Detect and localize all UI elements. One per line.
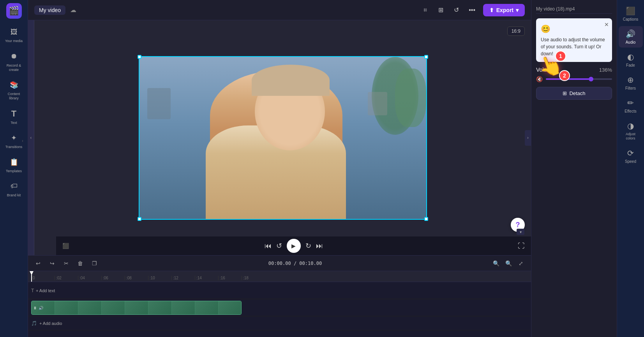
playback-bar: ⬛ ⏮ ↺ ▶ ↻ ⏭ ⛶ (56, 236, 531, 255)
sidebar-item-your-media[interactable]: 🖼 Your media (2, 23, 26, 46)
zoom-out-button[interactable]: 🔍 (490, 258, 501, 269)
detach-icon: ⊞ (563, 90, 567, 96)
ruler-mark: :08 (125, 276, 148, 280)
collapse-left-panel[interactable]: ‹ (28, 20, 34, 255)
zoom-in-button[interactable]: 🔍 (503, 258, 514, 269)
video-clip[interactable]: ⏸ 🔊 (31, 301, 242, 315)
ruler-mark: 0 (31, 276, 55, 280)
export-chevron: ▾ (516, 7, 519, 13)
volume-mute-icon[interactable]: 🔇 (536, 76, 543, 82)
sidebar-item-content-library[interactable]: 📚 Contentlibrary (2, 76, 26, 104)
play-button[interactable]: ▶ (287, 239, 301, 253)
clip-audio-icon: 🔊 (39, 306, 43, 310)
volume-value: 136% (599, 67, 612, 73)
zoom-controls: 🔍 🔍 ⤢ (490, 258, 526, 269)
clip-controls: ⏸ 🔊 (33, 306, 43, 310)
skip-start-button[interactable]: ⏮ (265, 242, 272, 250)
undo-button[interactable]: ↩ (33, 258, 44, 269)
panel-item-effects[interactable]: ✏ Effects (619, 95, 643, 116)
play-icon: ▶ (291, 243, 296, 249)
sidebar: 🎬 🖼 Your media ⏺ Record &create 📚 Conten… (0, 0, 28, 337)
export-button[interactable]: ⬆ Export ▾ (483, 4, 525, 16)
save-icon[interactable]: ☁ (70, 6, 76, 14)
right-panel: My video (18).mp4 ✕ 😊 Use audio to adjus… (531, 0, 617, 337)
collapse-panel-toggle[interactable]: ▾ (517, 229, 524, 235)
speed-icon: ⟳ (627, 148, 634, 158)
tooltip-text: Use audio to adjust the volume of your s… (541, 36, 607, 57)
tooltip-close-button[interactable]: ✕ (604, 21, 609, 28)
text-track-icon: T (31, 288, 34, 293)
project-title[interactable]: My video (34, 5, 65, 15)
audio-panel-icon: 🔊 (626, 29, 635, 39)
forward-button[interactable]: ↻ (305, 242, 311, 250)
clip-frame (78, 301, 102, 314)
detach-button[interactable]: ⊞ Detach (536, 87, 612, 100)
volume-thumb[interactable] (589, 77, 593, 81)
volume-slider[interactable] (546, 78, 612, 80)
sidebar-item-text[interactable]: T Text (2, 105, 26, 128)
handle-top-right[interactable] (424, 55, 428, 59)
handle-top-left[interactable] (138, 55, 141, 59)
timeline-ruler: 0 :02 :04 :06 :08 :10 :12 :14 :16 :18 (28, 271, 531, 282)
panel-item-fade[interactable]: ◐ Fade (619, 49, 643, 71)
audio-icon: 🎵 (31, 321, 37, 326)
tooltip-emoji: 😊 (541, 23, 607, 35)
ruler-mark: :12 (171, 276, 195, 280)
add-text-button[interactable]: + Add text (36, 288, 55, 293)
clip-frame (172, 301, 195, 314)
cut-button[interactable]: ✂ (61, 258, 72, 269)
handle-bottom-left[interactable] (138, 217, 141, 221)
rotate-button[interactable]: ↺ (450, 4, 463, 16)
clip-frame (148, 301, 172, 314)
chevron-down-icon: ▾ (520, 230, 522, 234)
toolbar-icons: ⌗ ⊞ ↺ ••• (419, 4, 478, 16)
aspect-ratio-badge[interactable]: 16:9 (507, 26, 525, 36)
video-frame[interactable] (139, 56, 427, 220)
fullscreen-button[interactable]: ⛶ (518, 242, 525, 250)
panel-item-speed[interactable]: ⟳ Speed (619, 145, 643, 167)
export-icon: ⬆ (489, 7, 494, 13)
record-icon: ⏺ (9, 51, 19, 62)
rewind-button[interactable]: ↺ (276, 242, 282, 250)
question-icon: ? (516, 221, 520, 229)
volume-section: Volume 136% 🔇 (536, 67, 612, 82)
delete-button[interactable]: 🗑 (75, 258, 86, 269)
effects-icon: ✏ (627, 98, 634, 108)
handle-bottom-right[interactable] (424, 217, 428, 221)
playhead[interactable] (31, 271, 32, 282)
collapse-right-panel[interactable]: › (525, 130, 531, 146)
audio-track[interactable]: 🎵 + Add audio (28, 316, 531, 330)
panel-item-filters[interactable]: ⊕ Filters (619, 72, 643, 94)
captions-icon: ⬛ (626, 6, 635, 16)
sidebar-item-templates[interactable]: 📋 Templates (2, 154, 26, 176)
ruler-mark: :16 (218, 276, 242, 280)
sidebar-item-transitions[interactable]: ✦ Transitions › (2, 129, 26, 152)
fit-button[interactable]: ⤢ (515, 258, 526, 269)
time-display: 00:00.00 / 00:10.00 (103, 261, 487, 266)
panel-item-captions[interactable]: ⬛ Captions (619, 3, 643, 25)
video-area: 16:9 ? › ▾ (34, 20, 531, 255)
panel-item-audio[interactable]: 🔊 Audio (619, 26, 643, 48)
transform-button[interactable]: ⊞ (435, 4, 447, 16)
clip-frame (55, 301, 78, 314)
clip-pause-icon: ⏸ (33, 306, 37, 310)
crop-button[interactable]: ⌗ (419, 4, 432, 16)
redo-button[interactable]: ↪ (47, 258, 58, 269)
ruler-mark: :02 (55, 276, 78, 280)
sidebar-item-brand[interactable]: 🏷 Brand kit (2, 178, 26, 201)
fade-icon: ◐ (627, 52, 634, 62)
ruler-mark: :06 (101, 276, 125, 280)
volume-fill (546, 78, 591, 80)
ruler-mark: :04 (78, 276, 101, 280)
video-track: ⏸ 🔊 (28, 299, 531, 316)
timeline-area: ↩ ↪ ✂ 🗑 ❐ 00:00.00 / 00:10.00 🔍 🔍 ⤢ 0 (28, 255, 531, 337)
more-button[interactable]: ••• (466, 4, 478, 16)
timeline-content: 0 :02 :04 :06 :08 :10 :12 :14 :16 :18 (28, 271, 531, 337)
skip-end-button[interactable]: ⏭ (316, 242, 323, 250)
panel-item-adjust-colors[interactable]: ◑ Adjustcolors (619, 118, 643, 144)
adjust-colors-icon: ◑ (627, 121, 634, 131)
canvas-area: ‹ (28, 20, 531, 255)
duplicate-button[interactable]: ❐ (89, 258, 100, 269)
sidebar-item-record[interactable]: ⏺ Record &create (2, 48, 26, 75)
app-logo: 🎬 (6, 3, 22, 19)
